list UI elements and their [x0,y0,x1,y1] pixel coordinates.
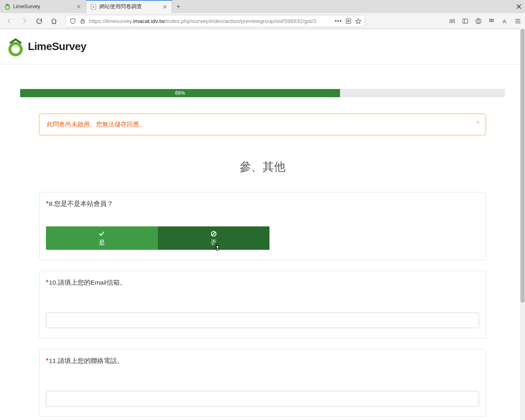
star-icon[interactable] [355,18,361,24]
overflow-icon[interactable] [500,17,509,25]
reader-mode-icon[interactable] [345,18,352,24]
window-close-button[interactable] [513,4,525,9]
account-icon[interactable] [474,17,482,25]
warning-alert: 此問卷尚未啟用。您無法儲存回應。 × [39,114,486,135]
apps-icon[interactable] [487,17,495,25]
menu-icon[interactable] [514,17,522,25]
prohibit-icon [210,230,217,237]
progress-bar-fill: 66% [20,89,340,97]
svg-rect-13 [493,21,493,22]
question-11-label: *11.請填上您的聯絡電話。 [46,357,479,365]
svg-point-7 [477,19,479,21]
question-11: *11.請填上您的聯絡電話。 [39,349,486,417]
limesurvey-favicon-icon [4,3,11,10]
svg-rect-12 [491,21,492,22]
close-icon[interactable] [76,4,82,9]
yes-button[interactable]: 是 [46,226,158,250]
progress-bar-container: 66% [20,89,505,97]
question-group-title: 參、其他 [20,159,505,175]
email-input[interactable] [46,313,479,328]
back-button[interactable] [3,15,16,27]
yes-no-button-group: 是 否 [46,226,269,250]
no-button[interactable]: 否 [158,226,270,250]
logo[interactable]: LimeSurvey [6,37,86,57]
required-asterisk-icon: * [46,200,48,207]
svg-point-2 [93,6,94,8]
forward-button[interactable] [18,15,30,27]
scrollbar[interactable] [520,29,525,420]
url-text: https://limesurvey.imacat.idv.tw/index.p… [89,18,332,24]
tabs-row: LimeSurvey 網站使用問卷調查 + [0,0,525,13]
limesurvey-logo-icon [6,37,25,57]
no-label: 否 [210,239,217,247]
reload-button[interactable] [33,15,45,27]
question-10: *10.請填上您的Email信箱。 [39,271,486,338]
library-icon[interactable] [448,17,456,25]
home-button[interactable] [48,15,60,27]
logo-text: LimeSurvey [28,40,86,53]
progress-label: 66% [175,90,185,96]
address-bar[interactable]: https://limesurvey.imacat.idv.tw/index.p… [66,15,365,27]
svg-rect-8 [489,19,491,20]
scrollbar-thumb[interactable] [520,29,525,303]
svg-point-14 [10,43,21,55]
new-tab-button[interactable]: + [172,3,185,10]
sidebar-icon[interactable] [461,17,469,25]
toolbar-right-icons [448,17,522,25]
required-asterisk-icon: * [46,279,48,286]
yes-label: 是 [99,239,105,247]
alert-text: 此問卷尚未啟用。您無法儲存回應。 [47,121,145,128]
page-header: LimeSurvey [0,29,525,64]
lock-icon[interactable] [79,18,86,24]
phone-input[interactable] [46,391,479,406]
generic-favicon-icon [90,4,97,10]
alert-close-button[interactable]: × [476,119,480,126]
svg-rect-10 [493,19,493,20]
tab-title: 網站使用問卷調查 [99,3,160,10]
ellipsis-icon[interactable]: ••• [335,18,342,24]
svg-rect-9 [491,19,492,20]
svg-rect-3 [81,21,84,23]
question-10-label: *10.請填上您的Email信箱。 [46,278,479,287]
question-8: *8.您是不是本站會員？ 是 否 [39,192,486,260]
browser-chrome: LimeSurvey 網站使用問卷調查 + [0,0,525,29]
toolbar-row: https://limesurvey.imacat.idv.tw/index.p… [0,13,525,29]
tab-survey-preview[interactable]: 網站使用問卷調查 [86,0,172,13]
shield-icon[interactable] [69,18,76,24]
svg-point-0 [5,5,9,9]
tab-limesurvey[interactable]: LimeSurvey [0,0,86,13]
tab-title: LimeSurvey [13,4,73,9]
required-asterisk-icon: * [46,357,48,364]
question-8-label: *8.您是不是本站會員？ [46,200,479,208]
checkmark-icon [98,230,105,237]
svg-rect-5 [463,19,468,23]
close-icon[interactable] [162,4,168,10]
svg-rect-11 [489,21,491,22]
